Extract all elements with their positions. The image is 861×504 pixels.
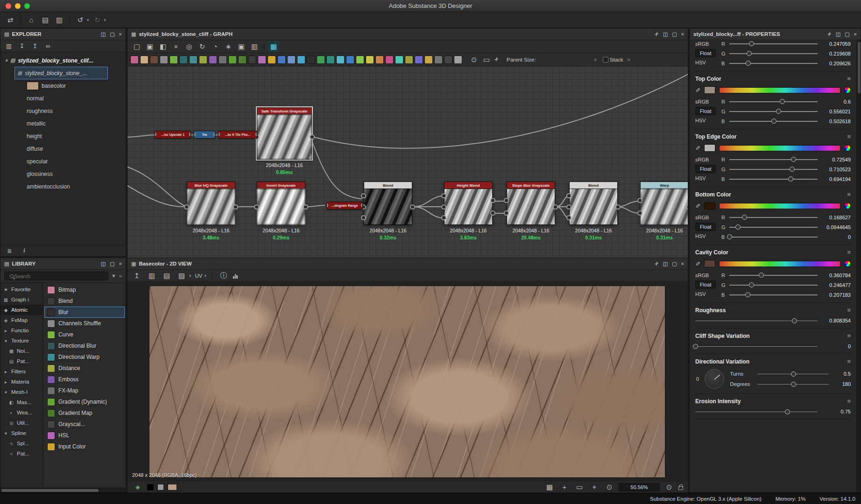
color-swatch[interactable] [704, 202, 715, 210]
undo-icon[interactable]: ↺ [75, 14, 86, 26]
material-preview-icon[interactable]: ◧ [157, 41, 169, 52]
library-item-channels-shuffle[interactable]: Channels Shuffle [44, 318, 125, 329]
node-link-tool-icon[interactable]: ⇄ [5, 14, 16, 26]
node-type-icon-26[interactable] [375, 56, 384, 64]
library-category-filters[interactable]: ▸Filters [0, 366, 43, 377]
hsv-label[interactable]: HSV [695, 233, 706, 239]
library-item-bitmap[interactable]: Bitmap [44, 284, 125, 295]
node-type-icon-1[interactable] [130, 56, 139, 64]
input-pin[interactable] [218, 133, 220, 136]
graph-node-slope-blur-grayscale[interactable]: Slope Blur Grayscale2048x2048 - L1620.48… [507, 182, 555, 225]
maximize-icon[interactable]: ▢ [110, 261, 114, 266]
eyedropper-icon[interactable]: ✎ [695, 87, 700, 94]
node-type-icon-32[interactable] [434, 56, 443, 64]
channel-slider-r[interactable] [729, 273, 818, 278]
float-button[interactable]: Float [695, 49, 716, 57]
save-icon[interactable]: ▥ [4, 42, 14, 51]
compute-timing-icon[interactable]: ◔ [210, 41, 221, 52]
float-button[interactable]: Float [695, 280, 716, 289]
node-type-icon-27[interactable] [385, 56, 394, 64]
library-item-emboss[interactable]: Emboss [44, 374, 125, 385]
channel-slider-b[interactable] [729, 119, 818, 124]
node-type-icon-29[interactable] [405, 56, 413, 64]
channel-slider-r[interactable] [729, 99, 818, 104]
node-type-icon-21[interactable] [326, 56, 335, 64]
library-category-spl[interactable]: ∿Spl... [0, 438, 43, 448]
output-pin[interactable] [410, 204, 415, 210]
library-item-directional-warp[interactable]: Directional Warp [44, 351, 125, 363]
channel-slider-b[interactable] [729, 176, 818, 182]
color-swatch[interactable] [704, 86, 715, 94]
background-icon[interactable]: ▨ [176, 270, 187, 281]
slider-handle[interactable] [792, 318, 797, 323]
color-wheel-icon[interactable] [844, 87, 851, 93]
slider-handle[interactable] [745, 292, 750, 297]
info-icon[interactable]: i [20, 247, 28, 255]
float-button[interactable]: Float [695, 107, 716, 115]
output-pin[interactable] [255, 133, 257, 136]
library-horizontal-scrollbar[interactable] [0, 488, 126, 492]
close-icon[interactable]: × [681, 261, 684, 266]
save-icon[interactable]: ▥ [146, 270, 157, 281]
export-icon[interactable]: ↥ [131, 270, 142, 281]
close-icon[interactable]: × [119, 32, 122, 37]
slider-handle[interactable] [759, 273, 764, 278]
output-pin[interactable] [233, 204, 238, 210]
node-type-icon-8[interactable] [199, 56, 207, 64]
node-type-icon-15[interactable] [268, 56, 276, 64]
input-pin[interactable] [566, 215, 572, 220]
histogram-icon[interactable] [233, 273, 238, 279]
library-category-texture[interactable]: ▾Texture [0, 336, 43, 346]
input-pin[interactable] [254, 204, 259, 210]
library-item-grayscal[interactable]: Grayscal... [44, 419, 125, 430]
input-pin[interactable] [184, 204, 189, 210]
pin-icon[interactable] [826, 32, 832, 37]
section-menu-icon[interactable]: ≡ [847, 191, 851, 198]
library-category-graph-i[interactable]: ▦Graph i [0, 294, 43, 305]
node-type-icon-31[interactable] [424, 56, 433, 64]
hue-gradient-bar[interactable] [719, 145, 840, 151]
float-button[interactable]: Float [695, 165, 716, 173]
hsv-label[interactable]: HSV [695, 118, 706, 123]
turns-slider[interactable] [757, 371, 829, 377]
undo-caret-icon[interactable]: ▾ [87, 18, 89, 22]
slider-handle[interactable] [693, 344, 698, 349]
hsv-label[interactable]: HSV [695, 60, 706, 65]
explorer-basecolor-row[interactable]: basecolor [0, 79, 126, 92]
node-type-icon-7[interactable] [189, 56, 198, 64]
caret-down-icon[interactable]: ▾ [5, 58, 7, 63]
explorer-output-ambientocclusion[interactable]: ambientocclusion [0, 180, 126, 193]
dock-icon[interactable]: ◫ [663, 32, 668, 37]
uv-mode-label[interactable]: UV [195, 273, 203, 279]
channel-slider-g[interactable] [729, 51, 818, 56]
library-item-gradient-map[interactable]: Gradient Map [44, 407, 125, 419]
library-item-input-color[interactable]: Input Color [44, 441, 125, 452]
overflow-chevrons-icon[interactable]: » [119, 273, 122, 279]
input-pin[interactable] [155, 133, 156, 136]
slider-handle[interactable] [785, 409, 790, 414]
stack-chevrons-icon[interactable]: » [628, 57, 630, 62]
library-category-mas[interactable]: ◧Mas... [0, 397, 43, 407]
slider-handle[interactable] [742, 215, 747, 220]
stack-checkbox[interactable] [603, 57, 608, 63]
input-pin[interactable] [441, 215, 446, 220]
color-wheel-icon[interactable] [844, 145, 851, 151]
view2d-canvas[interactable]: 2048 x 2048 (RGBA, 16bpc) [127, 282, 688, 481]
library-category-util[interactable]: ◎Util... [0, 418, 43, 428]
output-pin[interactable] [686, 204, 688, 210]
explorer-output-specular[interactable]: specular [0, 155, 126, 168]
slider-handle[interactable] [771, 119, 776, 124]
information-icon[interactable]: ⓘ [218, 270, 229, 281]
background-caret-icon[interactable]: ▾ [189, 273, 191, 278]
export-icon[interactable]: ↥ [30, 42, 40, 51]
node-type-icon-12[interactable] [238, 56, 247, 64]
node-type-icon-28[interactable] [395, 56, 403, 64]
hierarchy-view-icon[interactable]: ≣ [5, 247, 14, 255]
section-menu-icon[interactable]: ≡ [847, 358, 851, 365]
color-wheel-icon[interactable] [844, 203, 851, 209]
output-pin[interactable] [553, 204, 558, 210]
graph-mini-node-tra[interactable]: Tra [194, 131, 215, 139]
redo-caret-icon[interactable]: ▾ [104, 18, 106, 22]
library-item-curve[interactable]: Curve [44, 329, 125, 340]
roughness-slider[interactable] [695, 318, 818, 323]
